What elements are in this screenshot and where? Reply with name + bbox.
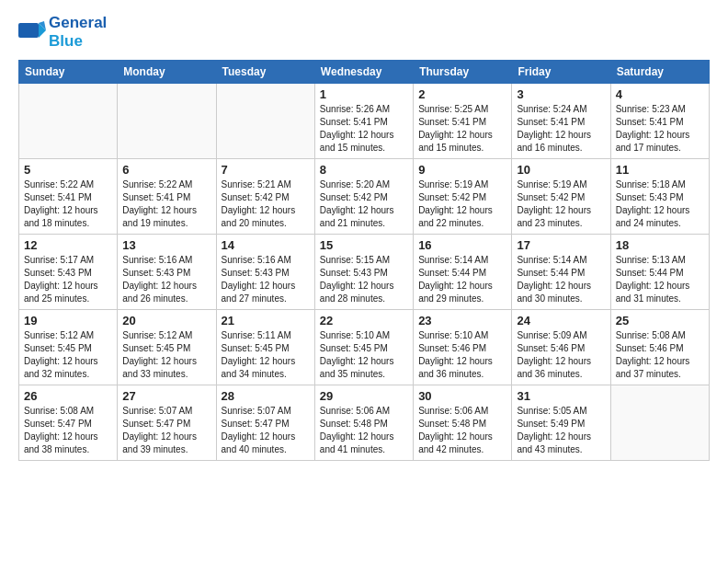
day-number: 21 [222,314,310,327]
calendar-cell: 22Sunrise: 5:10 AM Sunset: 5:45 PM Dayli… [314,310,413,385]
day-info: Sunrise: 5:24 AM Sunset: 5:41 PM Dayligh… [517,103,605,155]
day-info: Sunrise: 5:10 AM Sunset: 5:45 PM Dayligh… [320,329,408,381]
day-number: 31 [517,389,605,403]
day-info: Sunrise: 5:17 AM Sunset: 5:43 PM Dayligh… [24,254,112,305]
day-info: Sunrise: 5:06 AM Sunset: 5:48 PM Dayligh… [418,405,506,456]
calendar-cell: 1Sunrise: 5:26 AM Sunset: 5:41 PM Daylig… [314,84,413,159]
day-info: Sunrise: 5:12 AM Sunset: 5:45 PM Dayligh… [122,329,210,381]
page: General Blue SundayMondayTuesdayWednesda… [0,0,728,563]
weekday-header-wednesday: Wednesday [314,61,413,84]
calendar-cell: 23Sunrise: 5:10 AM Sunset: 5:46 PM Dayli… [414,310,512,385]
weekday-header-tuesday: Tuesday [216,61,314,84]
day-number: 13 [122,238,210,252]
day-info: Sunrise: 5:11 AM Sunset: 5:45 PM Dayligh… [222,329,310,381]
calendar-cell: 16Sunrise: 5:14 AM Sunset: 5:44 PM Dayli… [414,235,512,310]
calendar-cell: 2Sunrise: 5:25 AM Sunset: 5:41 PM Daylig… [414,84,512,159]
day-info: Sunrise: 5:16 AM Sunset: 5:43 PM Dayligh… [222,254,310,305]
calendar-cell: 3Sunrise: 5:24 AM Sunset: 5:41 PM Daylig… [512,84,610,159]
day-info: Sunrise: 5:07 AM Sunset: 5:47 PM Dayligh… [222,405,310,456]
calendar-cell: 28Sunrise: 5:07 AM Sunset: 5:47 PM Dayli… [216,385,314,461]
day-info: Sunrise: 5:23 AM Sunset: 5:41 PM Dayligh… [616,103,704,155]
calendar-cell: 24Sunrise: 5:09 AM Sunset: 5:46 PM Dayli… [512,310,610,385]
calendar-cell: 25Sunrise: 5:08 AM Sunset: 5:46 PM Dayli… [610,310,709,385]
day-number: 5 [24,163,112,177]
day-number: 18 [616,238,704,252]
weekday-header-sunday: Sunday [19,61,118,84]
calendar-cell: 15Sunrise: 5:15 AM Sunset: 5:43 PM Dayli… [314,235,413,310]
calendar-cell: 29Sunrise: 5:06 AM Sunset: 5:48 PM Dayli… [314,385,413,461]
day-number: 29 [320,389,408,403]
calendar-cell: 6Sunrise: 5:22 AM Sunset: 5:41 PM Daylig… [118,159,216,235]
day-number: 20 [122,314,210,327]
calendar-week-1: 1Sunrise: 5:26 AM Sunset: 5:41 PM Daylig… [19,84,710,159]
day-number: 14 [222,238,310,252]
day-number: 27 [122,389,210,403]
weekday-header-friday: Friday [512,61,610,84]
calendar-cell: 20Sunrise: 5:12 AM Sunset: 5:45 PM Dayli… [118,310,216,385]
calendar-cell: 31Sunrise: 5:05 AM Sunset: 5:49 PM Dayli… [512,385,610,461]
logo: General Blue [18,14,107,51]
weekday-header-thursday: Thursday [414,61,512,84]
day-number: 28 [222,389,310,403]
day-number: 9 [418,163,506,177]
calendar-cell: 27Sunrise: 5:07 AM Sunset: 5:47 PM Dayli… [118,385,216,461]
logo-icon [18,19,46,45]
calendar-week-5: 26Sunrise: 5:08 AM Sunset: 5:47 PM Dayli… [19,385,710,461]
logo-top: General Blue [18,14,107,51]
day-info: Sunrise: 5:10 AM Sunset: 5:46 PM Dayligh… [418,329,506,381]
day-info: Sunrise: 5:08 AM Sunset: 5:46 PM Dayligh… [616,329,704,381]
day-info: Sunrise: 5:26 AM Sunset: 5:41 PM Dayligh… [320,103,408,155]
day-info: Sunrise: 5:22 AM Sunset: 5:41 PM Dayligh… [24,178,112,230]
day-info: Sunrise: 5:19 AM Sunset: 5:42 PM Dayligh… [517,178,605,230]
calendar-cell: 12Sunrise: 5:17 AM Sunset: 5:43 PM Dayli… [19,235,118,310]
calendar-cell: 4Sunrise: 5:23 AM Sunset: 5:41 PM Daylig… [610,84,709,159]
day-info: Sunrise: 5:13 AM Sunset: 5:44 PM Dayligh… [616,254,704,305]
day-info: Sunrise: 5:08 AM Sunset: 5:47 PM Dayligh… [24,405,112,456]
calendar-cell: 7Sunrise: 5:21 AM Sunset: 5:42 PM Daylig… [216,159,314,235]
calendar-table: SundayMondayTuesdayWednesdayThursdayFrid… [18,60,710,461]
calendar-cell: 11Sunrise: 5:18 AM Sunset: 5:43 PM Dayli… [610,159,709,235]
day-number: 1 [320,87,408,101]
day-info: Sunrise: 5:22 AM Sunset: 5:41 PM Dayligh… [122,178,210,230]
day-number: 3 [517,87,605,101]
day-info: Sunrise: 5:25 AM Sunset: 5:41 PM Dayligh… [418,103,506,155]
day-number: 23 [418,314,506,327]
day-info: Sunrise: 5:05 AM Sunset: 5:49 PM Dayligh… [517,405,605,456]
header: General Blue [18,14,710,51]
calendar-week-4: 19Sunrise: 5:12 AM Sunset: 5:45 PM Dayli… [19,310,710,385]
calendar-cell: 26Sunrise: 5:08 AM Sunset: 5:47 PM Dayli… [19,385,118,461]
calendar-cell: 14Sunrise: 5:16 AM Sunset: 5:43 PM Dayli… [216,235,314,310]
calendar-cell [118,84,216,159]
calendar-cell: 8Sunrise: 5:20 AM Sunset: 5:42 PM Daylig… [314,159,413,235]
day-number: 30 [418,389,506,403]
day-number: 17 [517,238,605,252]
day-number: 25 [616,314,704,327]
day-info: Sunrise: 5:15 AM Sunset: 5:43 PM Dayligh… [320,254,408,305]
day-info: Sunrise: 5:14 AM Sunset: 5:44 PM Dayligh… [517,254,605,305]
day-info: Sunrise: 5:09 AM Sunset: 5:46 PM Dayligh… [517,329,605,381]
calendar-week-3: 12Sunrise: 5:17 AM Sunset: 5:43 PM Dayli… [19,235,710,310]
calendar-cell [610,385,709,461]
day-number: 10 [517,163,605,177]
day-info: Sunrise: 5:20 AM Sunset: 5:42 PM Dayligh… [320,178,408,230]
calendar-cell: 13Sunrise: 5:16 AM Sunset: 5:43 PM Dayli… [118,235,216,310]
day-number: 6 [122,163,210,177]
day-info: Sunrise: 5:16 AM Sunset: 5:43 PM Dayligh… [122,254,210,305]
svg-rect-0 [18,23,39,38]
calendar-cell: 5Sunrise: 5:22 AM Sunset: 5:41 PM Daylig… [19,159,118,235]
calendar-cell: 21Sunrise: 5:11 AM Sunset: 5:45 PM Dayli… [216,310,314,385]
day-info: Sunrise: 5:14 AM Sunset: 5:44 PM Dayligh… [418,254,506,305]
calendar-cell: 30Sunrise: 5:06 AM Sunset: 5:48 PM Dayli… [414,385,512,461]
day-number: 24 [517,314,605,327]
day-number: 8 [320,163,408,177]
calendar-cell: 17Sunrise: 5:14 AM Sunset: 5:44 PM Dayli… [512,235,610,310]
day-number: 12 [24,238,112,252]
calendar-cell [216,84,314,159]
day-number: 22 [320,314,408,327]
logo-general: General [49,14,107,32]
day-info: Sunrise: 5:19 AM Sunset: 5:42 PM Dayligh… [418,178,506,230]
calendar-cell: 10Sunrise: 5:19 AM Sunset: 5:42 PM Dayli… [512,159,610,235]
logo-blue: Blue [49,32,107,51]
day-info: Sunrise: 5:07 AM Sunset: 5:47 PM Dayligh… [122,405,210,456]
day-info: Sunrise: 5:12 AM Sunset: 5:45 PM Dayligh… [24,329,112,381]
